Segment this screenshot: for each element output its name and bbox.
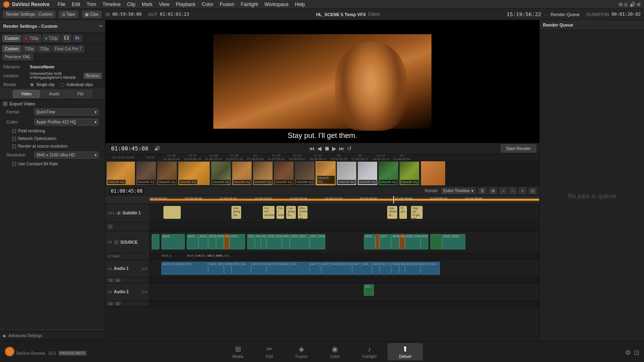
nav-fairlight[interactable]: ♪ Fairlight <box>351 343 388 360</box>
export-video-checkbox[interactable] <box>3 102 7 106</box>
audio-clip-9[interactable]: A017_0424... <box>352 262 372 275</box>
v1-icon[interactable]: □ <box>114 240 119 245</box>
audio2-clip-1[interactable]: A04... <box>364 284 374 296</box>
audio-clip-7[interactable]: A017_010... <box>310 262 321 275</box>
loop-btn[interactable]: ↺ <box>347 145 352 152</box>
film-thumb-3[interactable]: DNxHR SQ <box>157 161 177 185</box>
film-thumb-15[interactable] <box>421 161 445 185</box>
source-clip-11[interactable]: A015... <box>261 234 267 249</box>
network-opt-row[interactable]: Network Optimization <box>3 136 102 142</box>
individual-clips-radio[interactable] <box>60 83 64 87</box>
audio-clip-6[interactable]: A015_01041902_C011 <box>266 262 309 275</box>
film-thumb-12[interactable]: DNxHR SQ <box>357 161 378 185</box>
film-thumb-7[interactable]: DNxHR SQ <box>253 161 273 185</box>
source-clip-22[interactable]: A016... <box>421 234 428 249</box>
film-thumb-4[interactable]: DNxHR SQ <box>178 161 210 185</box>
subtitle-clip-6[interactable]: Whoknowsif an... <box>298 206 308 219</box>
format-select[interactable]: QuickTime ▾ <box>34 109 99 115</box>
source-clip-12[interactable]: A015_0104... <box>266 234 282 249</box>
subtitle-clip-2[interactable]: Howgoinggoi... <box>231 206 241 219</box>
menu-fairlight[interactable]: Fairlight <box>241 2 258 7</box>
fullscreen-icon[interactable]: ⊡ <box>634 349 639 356</box>
source-clip-19[interactable]: A016... <box>391 234 399 249</box>
source-clip-3[interactable]: A016... <box>187 234 198 249</box>
audio-clip-4[interactable]: A015_010... <box>231 262 251 275</box>
subtitle-eye-icon[interactable] <box>116 212 121 215</box>
audio-clip-5[interactable]: A015_0104... <box>251 262 267 275</box>
film-thumb-6[interactable]: DNxHR SQ <box>232 161 252 185</box>
nav-fusion[interactable]: ◈ Fusion <box>284 343 319 360</box>
source-clip-20[interactable]: A009... <box>399 234 405 249</box>
preset-vimeo[interactable]: v 720p <box>43 35 60 42</box>
source-clip-4[interactable]: A016... <box>198 234 208 249</box>
audio-clip-1[interactable]: A015_01041909_C012 <box>161 262 208 275</box>
menu-view[interactable]: View <box>159 2 169 7</box>
audio-clip-11[interactable]: A017_01042... <box>380 262 391 275</box>
audio-clip-8[interactable]: A015_01041919_C014 <box>321 262 352 275</box>
menu-trim[interactable]: Trim <box>87 2 96 7</box>
tl-right-btn[interactable]: ⊡ <box>529 188 536 194</box>
menu-color[interactable]: Color <box>202 2 214 7</box>
network-opt-checkbox[interactable] <box>12 137 16 141</box>
render-option-select[interactable]: Entire Timeline ▾ <box>441 188 475 194</box>
preset-premierepro[interactable]: Pr <box>73 35 82 42</box>
options-dots[interactable]: ··· <box>544 11 549 18</box>
audio-clip-13[interactable]: A009... <box>399 262 405 275</box>
render-source-checkbox[interactable] <box>12 144 16 148</box>
render-queue-label[interactable]: Render Queue <box>551 12 580 17</box>
source-clip-21[interactable]: A016_01042... <box>405 234 421 249</box>
subtitle-clip-9[interactable]: Stay putI'll getsto... <box>411 206 423 219</box>
subtitle-clip-1[interactable] <box>163 206 181 219</box>
film-thumb-9[interactable]: DNxHR SQ <box>295 161 315 185</box>
source-clip-23[interactable] <box>430 234 442 249</box>
field-rendering-checkbox[interactable] <box>12 129 16 133</box>
video-tab[interactable]: Video <box>13 90 40 98</box>
tl-options-btn[interactable]: ○ <box>500 188 506 194</box>
list-view-btn[interactable]: ☰ <box>479 188 486 194</box>
film-thumb-11[interactable]: DNxHR SQ <box>336 161 357 185</box>
subtab-fcp7[interactable]: Final Cut Pro 7 <box>52 45 84 52</box>
menu-file[interactable]: File <box>58 2 65 7</box>
film-thumb-1[interactable]: DNxHR SQ <box>106 161 135 185</box>
menu-clip[interactable]: Clip <box>127 2 136 7</box>
menu-timeline[interactable]: Timeline <box>103 2 121 7</box>
render-source-row[interactable]: Render at source resolution <box>3 143 102 149</box>
source-clip-8[interactable]: A015... <box>229 234 245 249</box>
menu-workspace[interactable]: Workspace <box>264 2 289 7</box>
single-clip-radio[interactable] <box>30 83 34 87</box>
source-clip-5[interactable]: A016... <box>208 234 216 249</box>
source-clip-14[interactable]: A015_0104... <box>290 234 309 249</box>
audio2-m-btn[interactable]: M <box>115 302 121 305</box>
nav-media[interactable]: ⊞ Media <box>221 343 254 360</box>
source-clip-10[interactable]: A017... <box>255 234 261 249</box>
source-clip-7[interactable]: A009... <box>224 234 230 249</box>
empty-track-icon[interactable]: □ <box>108 224 113 229</box>
volume-icon[interactable]: 🔊 <box>154 146 160 151</box>
source-clip-16[interactable]: A015... <box>364 234 376 249</box>
subtab-720p-2[interactable]: 720p <box>37 45 51 52</box>
codec-select[interactable]: Apple ProRes 422 HQ ▾ <box>34 119 99 125</box>
field-rendering-row[interactable]: Field rendering <box>3 128 102 134</box>
nav-edit[interactable]: ✂ Edit <box>255 343 284 360</box>
audio-clip-3[interactable]: A016... <box>224 262 231 275</box>
preset-film[interactable]: 🎞 <box>62 34 71 42</box>
film-thumb-8[interactable]: DNxHR SQ <box>274 161 294 185</box>
source-clip-1[interactable] <box>152 234 159 249</box>
resolution-select[interactable]: 3840 x 2160 Ultra HD ▾ <box>34 152 99 158</box>
subtitle-clip-5[interactable]: I amgoingto... <box>286 206 296 219</box>
subtab-720p-1[interactable]: 720p <box>22 45 36 52</box>
stop-btn[interactable]: ⏹ <box>324 145 330 152</box>
magic-wand-icon[interactable]: ⚙ <box>625 349 631 356</box>
menu-edit[interactable]: Edit <box>72 2 80 7</box>
subtab-premiere-xml[interactable]: Premiere XML <box>2 53 33 60</box>
audio-clip-10[interactable]: A015... <box>372 262 380 275</box>
audio-clip-2[interactable]: A016_010... <box>208 262 224 275</box>
source-clip-15[interactable]: A017_0104... <box>310 234 325 249</box>
tape-btn[interactable]: ⊡ Tape <box>59 11 78 18</box>
source-clip-9[interactable]: A017... <box>247 234 255 249</box>
menu-playback[interactable]: Playback <box>176 2 196 7</box>
browse-button[interactable]: Browse <box>84 73 102 79</box>
audio-clip-14[interactable]: A016_01042... <box>405 262 421 275</box>
menu-fusion[interactable]: Fusion <box>220 2 234 7</box>
clips-btn[interactable]: ▦ Clips <box>82 11 101 18</box>
